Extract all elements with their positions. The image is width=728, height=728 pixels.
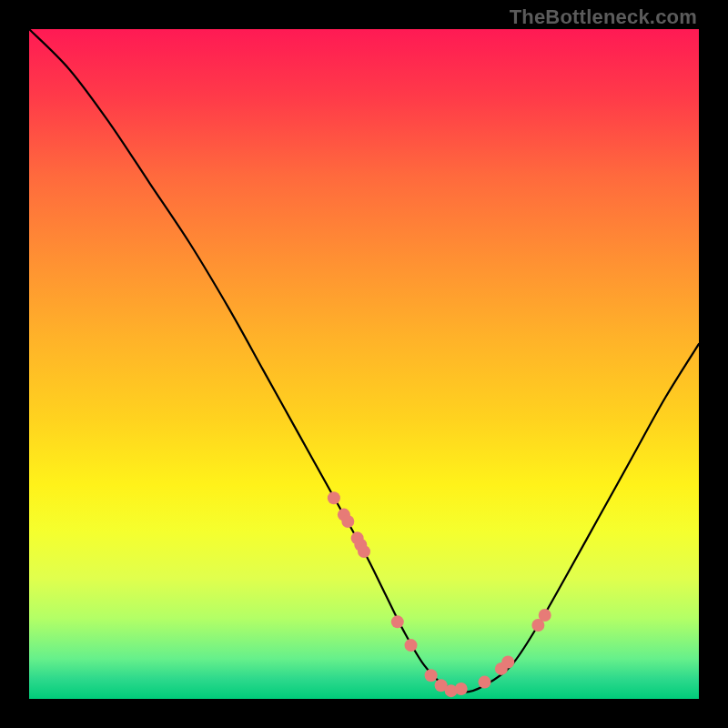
data-point (455, 682, 468, 695)
watermark-label: TheBottleneck.com (510, 5, 697, 29)
data-point (341, 515, 354, 528)
data-point (405, 639, 418, 652)
data-point (478, 676, 490, 689)
data-point (328, 491, 340, 504)
bottleneck-curve (29, 29, 699, 693)
curve-svg (29, 29, 699, 699)
marked-points (328, 491, 551, 697)
data-point (358, 545, 370, 558)
chart-stage: TheBottleneck.com (0, 0, 728, 728)
data-point (391, 615, 404, 628)
plot-area (29, 29, 699, 699)
data-point (425, 669, 438, 682)
data-point (501, 656, 514, 669)
data-point (539, 609, 551, 622)
